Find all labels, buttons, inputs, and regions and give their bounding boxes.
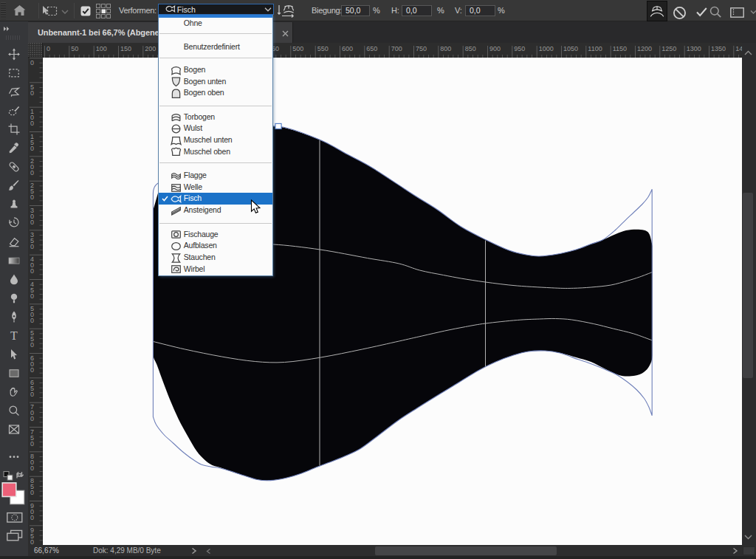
svg-text:0: 0 xyxy=(30,292,34,300)
svg-text:0: 0 xyxy=(30,59,34,66)
svg-text:1200: 1200 xyxy=(637,45,652,52)
svg-text:0: 0 xyxy=(30,169,34,176)
svg-text:0: 0 xyxy=(30,317,34,324)
svg-text:0: 0 xyxy=(30,440,34,447)
svg-text:1100: 1100 xyxy=(588,45,602,52)
svg-text:1150: 1150 xyxy=(613,45,627,52)
svg-text:0: 0 xyxy=(30,219,34,226)
svg-text:0: 0 xyxy=(30,243,34,250)
svg-text:0: 0 xyxy=(30,193,34,201)
svg-text:550: 550 xyxy=(317,45,329,52)
svg-text:900: 900 xyxy=(489,45,501,52)
svg-text:0: 0 xyxy=(30,464,34,472)
svg-text:150: 150 xyxy=(120,45,131,52)
svg-text:200: 200 xyxy=(145,45,156,52)
svg-text:0: 0 xyxy=(30,366,34,374)
svg-text:0: 0 xyxy=(30,514,34,521)
svg-text:700: 700 xyxy=(391,45,402,52)
svg-text:1000: 1000 xyxy=(539,45,554,52)
svg-text:850: 850 xyxy=(465,45,476,52)
svg-text:0: 0 xyxy=(30,145,34,152)
svg-text:0: 0 xyxy=(30,489,34,496)
svg-text:0: 0 xyxy=(30,267,34,275)
svg-text:T: T xyxy=(10,329,18,342)
svg-text:100: 100 xyxy=(96,45,107,52)
svg-text:1050: 1050 xyxy=(563,45,578,52)
svg-text:0: 0 xyxy=(30,538,34,545)
svg-text:600: 600 xyxy=(342,45,353,52)
svg-text:1300: 1300 xyxy=(687,45,701,52)
svg-text:500: 500 xyxy=(292,45,303,52)
svg-text:1350: 1350 xyxy=(711,45,726,52)
svg-text:0: 0 xyxy=(30,89,34,97)
svg-text:0: 0 xyxy=(30,120,34,127)
svg-text:750: 750 xyxy=(416,45,427,52)
svg-text:1250: 1250 xyxy=(662,45,676,52)
svg-text:50: 50 xyxy=(71,45,78,52)
svg-text:650: 650 xyxy=(366,45,377,52)
svg-text:0: 0 xyxy=(30,391,34,398)
svg-text:0: 0 xyxy=(30,415,34,422)
svg-text:950: 950 xyxy=(514,45,525,52)
svg-text:1400: 1400 xyxy=(735,45,742,52)
svg-text:0: 0 xyxy=(30,341,34,349)
svg-text:0: 0 xyxy=(47,45,50,52)
svg-text:800: 800 xyxy=(440,45,451,52)
